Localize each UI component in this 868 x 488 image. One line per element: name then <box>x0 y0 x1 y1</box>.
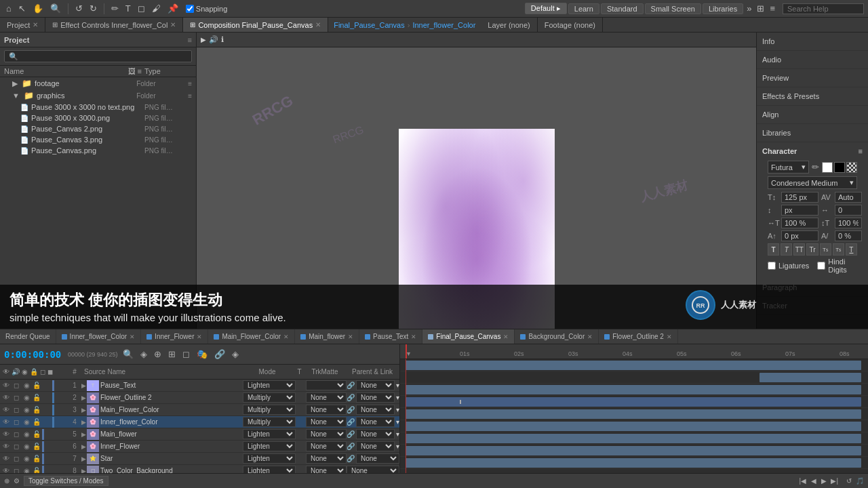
fmt-small-caps[interactable]: Tr <box>806 243 818 256</box>
layer-4-eye[interactable]: 👁 <box>1 418 11 426</box>
ligatures-checkbox[interactable] <box>768 262 776 270</box>
comp-audio-icon[interactable]: 🔊 <box>209 35 218 44</box>
layer-7-parent-sel[interactable]: None <box>356 453 399 464</box>
workspace-small-screen[interactable]: Small Screen <box>645 3 701 14</box>
layer-4-parent-sel[interactable]: None <box>356 417 395 427</box>
layer-row-4[interactable]: 👁 ◻ ◉ 🔓 4 ▶ 🌸 Inner_flower_Color Multipl… <box>0 416 399 428</box>
tracking-input[interactable] <box>835 205 862 216</box>
layer-5-expand[interactable]: ▶ <box>81 431 86 438</box>
layer-3-trkmatte[interactable]: None <box>306 405 347 415</box>
layer-6-mode[interactable]: Lighten <box>243 441 296 451</box>
layer-3-expand[interactable]: ▶ <box>81 407 86 413</box>
layer-5-parent-sel[interactable]: None <box>356 429 395 439</box>
layer-8-mode[interactable]: Lighten <box>243 466 296 473</box>
layer-1-lock[interactable]: 🔓 <box>32 382 41 389</box>
layer-5-audio[interactable]: ◻ <box>12 430 21 438</box>
workspace-default[interactable]: Default ▸ <box>525 3 567 14</box>
kerning-input[interactable] <box>835 192 862 203</box>
layer-row-2[interactable]: 👁 ◻ ◉ 🔓 2 ▶ 🌸 Flower_Outline 2 Multiply … <box>0 392 399 404</box>
layer-4-trkmatte[interactable]: None <box>306 417 347 427</box>
audio-btn[interactable]: 🎵 <box>856 477 864 485</box>
layer-4-lock[interactable]: 🔓 <box>32 418 41 426</box>
layer-4-expand[interactable]: ▶ <box>81 419 86 426</box>
layer-8-eye[interactable]: 👁 <box>1 467 11 473</box>
layer-3-eye[interactable]: 👁 <box>1 406 11 413</box>
layer-5-eye[interactable]: 👁 <box>1 430 11 438</box>
layer-3-lock[interactable]: 🔓 <box>32 406 41 413</box>
flower-outline-2-close[interactable]: ✕ <box>667 333 672 340</box>
layer-3-parent-sel[interactable]: None <box>356 405 395 415</box>
layer-row-8[interactable]: 👁 ◻ ◉ 🔓 8 ▶ ◻ Two_Color_Background Light… <box>0 465 399 473</box>
tab-inner-flower-color[interactable]: Inner_flower_Color ✕ <box>56 329 142 344</box>
tab-comp-close[interactable]: ✕ <box>315 21 321 28</box>
brush-tool[interactable]: 🖌 <box>150 3 163 14</box>
solo-btn[interactable]: ◈ <box>138 348 149 360</box>
layer-7-audio[interactable]: ◻ <box>12 455 21 462</box>
layer-7-eye[interactable]: 👁 <box>1 455 11 462</box>
goto-start-btn[interactable]: |◀ <box>799 477 806 485</box>
menu-icon[interactable]: ≡ <box>768 3 777 14</box>
fmt-bold[interactable]: T <box>768 243 779 256</box>
workspace-libraries[interactable]: Libraries <box>703 3 743 14</box>
prev-frame-btn[interactable]: ◀ <box>811 477 816 485</box>
fmt-underline[interactable]: T <box>846 243 857 256</box>
tab-effect-controls[interactable]: ⊞ Effect Controls Inner_flower_Col ✕ <box>45 18 183 32</box>
black-swatch[interactable] <box>834 162 845 173</box>
project-menu-icon[interactable]: ≡ <box>188 36 192 44</box>
character-menu-icon[interactable]: ≡ <box>859 147 863 155</box>
undo-icon[interactable]: ↺ <box>73 3 85 14</box>
h-scale-input[interactable] <box>781 218 818 228</box>
layer-8-solo[interactable]: ◉ <box>22 467 31 473</box>
motion-blur-btn[interactable]: ◈ <box>230 348 241 360</box>
layer-7-lock[interactable]: 🔓 <box>32 455 41 462</box>
layer-5-mode[interactable]: Lighten <box>243 429 296 439</box>
workspace-learn[interactable]: Learn <box>568 3 599 14</box>
layer-5-trkmatte[interactable]: None <box>306 429 347 439</box>
hindi-digits-checkbox[interactable] <box>817 262 825 270</box>
tab-main-flower-color[interactable]: Main_Flower_Color ✕ <box>208 329 295 344</box>
fmt-all-caps[interactable]: TT <box>793 243 805 256</box>
layer-row-7[interactable]: 👁 ◻ ◉ 🔓 7 ▶ ⭐ Star Lighten None 🔗 <box>0 453 399 465</box>
track-4[interactable] <box>400 396 868 408</box>
fmt-sub[interactable]: Ts <box>833 243 844 256</box>
layer-2-eye[interactable]: 👁 <box>1 394 11 401</box>
tab-footage[interactable]: Footage (none) <box>538 18 603 32</box>
tab-inner-flower[interactable]: Inner_Flower ✕ <box>141 329 208 344</box>
layer-3-mode[interactable]: Multiply <box>243 405 296 415</box>
hand-tool[interactable]: ✋ <box>31 3 45 14</box>
graphics-expand-icon[interactable]: ▼ <box>12 92 20 100</box>
layer-3-audio[interactable]: ◻ <box>12 406 21 413</box>
layer-2-solo[interactable]: ◉ <box>22 394 31 401</box>
section-info[interactable]: Info <box>757 33 868 51</box>
layer-4-audio[interactable]: ◻ <box>12 418 21 426</box>
layer-6-eye[interactable]: 👁 <box>1 443 11 450</box>
tab-flower-outline-2[interactable]: Flower_Outline 2 ✕ <box>599 329 678 344</box>
tab-composition[interactable]: ⊞ Composition Final_Pause_Canvas ✕ <box>183 18 328 32</box>
layer-row-5[interactable]: 👁 ◻ ◉ 🔓 5 ▶ 🌸 Main_flower Lighten None 🔗 <box>0 428 399 441</box>
layer-2-mode[interactable]: Multiply <box>243 392 296 403</box>
section-audio[interactable]: Audio <box>757 51 868 69</box>
track-8[interactable] <box>400 445 868 457</box>
redo-icon[interactable]: ↻ <box>87 3 99 14</box>
track-1[interactable] <box>400 359 868 371</box>
toggle-switches-modes-btn[interactable]: Toggle Switches / Modes <box>24 476 108 486</box>
layer-4-mode[interactable]: Multiply <box>243 417 296 427</box>
font-family-dropdown[interactable]: Futura ▾ <box>768 161 809 174</box>
search-layers-btn[interactable]: 🔍 <box>121 348 136 360</box>
project-search-input[interactable] <box>4 50 192 62</box>
comp-info-icon[interactable]: ℹ <box>221 35 224 44</box>
background-color-close[interactable]: ✕ <box>587 333 593 340</box>
home-icon[interactable]: ⌂ <box>4 3 14 14</box>
inner-flower-color-close[interactable]: ✕ <box>130 333 135 340</box>
breadcrumb-comp[interactable]: Final_Pause_Canvas <box>334 21 405 29</box>
layer-5-lock[interactable]: 🔓 <box>32 430 41 438</box>
layer-1-expand[interactable]: ▶ <box>81 382 86 389</box>
layer-6-solo[interactable]: ◉ <box>22 443 31 450</box>
layer-1-audio[interactable]: ◻ <box>12 382 21 389</box>
footage-expand-icon[interactable]: ▶ <box>12 79 18 88</box>
layer-7-trkmatte[interactable]: None <box>306 453 347 464</box>
layer-3-solo[interactable]: ◉ <box>22 406 31 413</box>
layer-1-mode[interactable]: Lighten <box>243 380 296 390</box>
layer-8-expand[interactable]: ▶ <box>81 468 86 474</box>
project-item-graphics[interactable]: ▼ 📁 graphics Folder ≡ <box>0 89 196 102</box>
